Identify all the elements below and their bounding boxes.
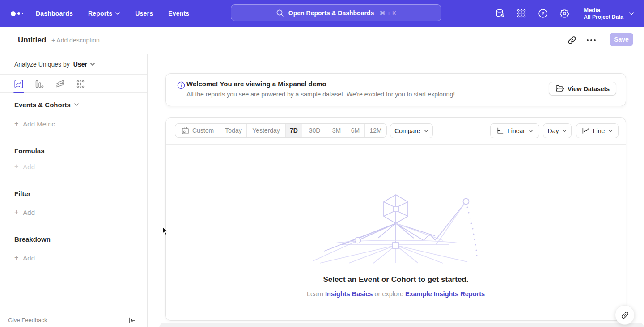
add-formula-label: Add — [23, 163, 35, 171]
events-cohorts-label: Events & Cohorts — [14, 101, 71, 109]
plus-icon: + — [14, 254, 18, 262]
chevron-down-icon — [629, 12, 634, 15]
chevron-down-icon — [562, 130, 567, 132]
tab-flow[interactable] — [55, 80, 64, 88]
date-range-picker: Custom Today Yesterday 7D 30D 3M 6M 12M — [175, 123, 387, 138]
linear-axes-icon — [496, 127, 504, 134]
apps-grid-icon[interactable] — [517, 8, 526, 18]
welcome-banner: Welcome! You are viewing a Mixpanel demo… — [165, 73, 626, 106]
nav-users[interactable]: Users — [135, 10, 153, 17]
granularity-label: Day — [548, 127, 559, 134]
add-breakdown-button[interactable]: + Add — [14, 254, 35, 262]
add-filter-button[interactable]: + Add — [14, 208, 35, 216]
empty-state-illustration — [311, 190, 481, 264]
formulas-label: Formulas — [14, 147, 45, 155]
filter-section: Filter — [14, 189, 31, 197]
chart-type-selector[interactable]: Line — [576, 123, 619, 138]
collapse-sidebar-icon[interactable] — [128, 317, 136, 323]
visualization-tabs — [0, 75, 147, 93]
more-options-icon[interactable] — [586, 38, 597, 42]
nav-dashboards[interactable]: Dashboards — [36, 10, 73, 17]
banner-subtitle: All the reports you see are powered by a… — [186, 91, 455, 98]
project-selector[interactable]: Media All Project Data — [584, 6, 634, 21]
learn-prefix: Learn — [307, 290, 323, 298]
date-range-30d-label: 30D — [309, 127, 321, 134]
date-range-3m[interactable]: 3M — [327, 124, 346, 137]
global-search[interactable]: Open Reports & Dashboards ⌘ + K — [231, 4, 441, 21]
banner-title: Welcome! You are viewing a Mixpanel demo — [186, 80, 326, 88]
nav-events[interactable]: Events — [168, 10, 189, 17]
date-range-7d-label: 7D — [290, 127, 298, 134]
nav-reports-label: Reports — [88, 10, 112, 17]
main-content: Welcome! You are viewing a Mixpanel demo… — [148, 54, 644, 327]
or-explore-text: or explore — [374, 290, 403, 298]
add-metric-button[interactable]: + Add Metric — [14, 120, 55, 128]
search-icon — [276, 9, 284, 17]
top-nav: Dashboards Reports Users Events Open Rep… — [0, 0, 644, 27]
info-icon — [177, 81, 185, 89]
formulas-section: Formulas — [14, 147, 45, 155]
compare-button[interactable]: Compare — [390, 123, 433, 138]
insights-chart-card: Custom Today Yesterday 7D 30D 3M 6M 12M … — [165, 117, 626, 321]
scale-label: Linear — [508, 127, 525, 134]
plus-icon: + — [14, 208, 18, 216]
mixpanel-logo[interactable] — [11, 0, 23, 27]
report-title[interactable]: Untitled — [18, 27, 46, 54]
filter-label: Filter — [14, 190, 31, 197]
save-button[interactable]: Save — [610, 33, 633, 46]
chevron-down-icon — [74, 103, 79, 106]
tab-pivot[interactable] — [76, 80, 85, 88]
date-range-30d[interactable]: 30D — [302, 124, 327, 137]
events-cohorts-section[interactable]: Events & Cohorts — [14, 101, 79, 109]
add-filter-label: Add — [23, 209, 35, 216]
mouse-cursor — [162, 226, 169, 236]
date-range-12m[interactable]: 12M — [364, 124, 386, 137]
date-range-custom-label: Custom — [192, 127, 214, 134]
date-range-today[interactable]: Today — [220, 124, 246, 137]
copy-link-icon[interactable] — [567, 35, 577, 45]
add-breakdown-label: Add — [23, 254, 35, 262]
insights-basics-link[interactable]: Insights Basics — [325, 290, 373, 298]
search-shortcut: ⌘ + K — [379, 9, 396, 17]
view-datasets-button[interactable]: View Datasets — [549, 82, 616, 96]
report-header: Untitled + Add description... Save — [0, 27, 644, 54]
breakdown-label: Breakdown — [14, 235, 51, 243]
nav-reports[interactable]: Reports — [88, 10, 120, 17]
add-description[interactable]: + Add description... — [51, 27, 105, 54]
date-range-yesterday-label: Yesterday — [252, 127, 280, 134]
add-metric-label: Add Metric — [23, 120, 55, 128]
tab-bar-chart[interactable] — [35, 80, 44, 88]
scale-selector[interactable]: Linear — [490, 123, 539, 138]
analyze-value-dropdown[interactable]: User — [73, 61, 87, 68]
view-datasets-label: View Datasets — [568, 85, 610, 92]
chart-type-label: Line — [593, 127, 605, 134]
granularity-selector[interactable]: Day — [543, 123, 572, 138]
add-formula-button[interactable]: + Add — [14, 163, 35, 171]
analyze-label: Analyze Uniques by — [14, 61, 70, 68]
empty-state-title: Select an Event or Cohort to get started… — [166, 275, 626, 284]
chevron-down-icon — [608, 130, 613, 132]
calendar-icon — [182, 127, 189, 134]
tab-insights[interactable] — [14, 80, 23, 88]
data-management-icon[interactable] — [495, 8, 505, 18]
example-insights-reports-link[interactable]: Example Insights Reports — [405, 290, 485, 298]
date-range-6m-label: 6M — [351, 127, 360, 134]
link-icon — [621, 311, 629, 319]
plus-icon: + — [14, 163, 18, 171]
date-range-7d[interactable]: 7D — [285, 124, 302, 137]
share-link-floating-button[interactable] — [615, 305, 635, 325]
settings-gear-icon[interactable] — [559, 8, 569, 18]
date-range-custom[interactable]: Custom — [175, 124, 220, 137]
bottom-panel-edge[interactable] — [159, 323, 644, 327]
date-range-yesterday[interactable]: Yesterday — [246, 124, 285, 137]
date-range-12m-label: 12M — [369, 127, 381, 134]
date-range-6m[interactable]: 6M — [346, 124, 364, 137]
chevron-down-icon — [115, 12, 120, 15]
nav-dashboards-label: Dashboards — [36, 10, 73, 17]
give-feedback-link[interactable]: Give Feedback — [8, 317, 47, 323]
plus-icon: + — [14, 120, 18, 128]
help-icon[interactable]: ? — [538, 8, 548, 18]
svg-text:?: ? — [542, 11, 545, 16]
sidebar-footer: Give Feedback — [0, 313, 147, 327]
empty-state-links: Learn Insights Basics or explore Example… — [166, 290, 626, 298]
